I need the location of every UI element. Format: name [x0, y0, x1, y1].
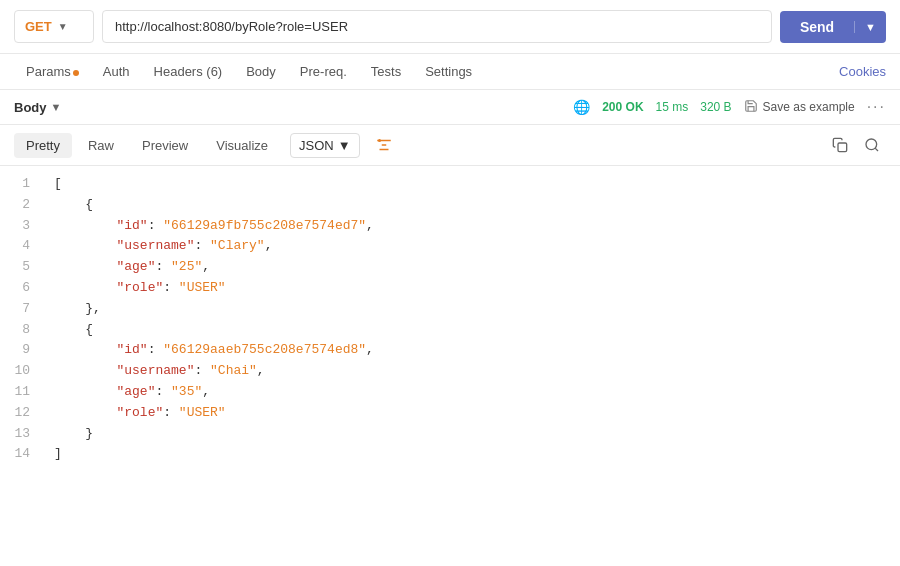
request-tabs: Params Auth Headers (6) Body Pre-req. Te…: [0, 54, 900, 90]
body-section-label[interactable]: Body ▼: [14, 100, 61, 115]
params-dot: [73, 70, 79, 76]
send-dropdown-icon[interactable]: ▼: [854, 21, 886, 33]
tab-auth[interactable]: Auth: [91, 54, 142, 89]
save-example-button[interactable]: Save as example: [744, 99, 855, 116]
code-line: "age": "25",: [54, 257, 886, 278]
copy-button[interactable]: [826, 131, 854, 159]
code-line: "id": "66129a9fb755c208e7574ed7",: [54, 216, 886, 237]
code-line: }: [54, 424, 886, 445]
code-line: "role": "USER": [54, 403, 886, 424]
send-button[interactable]: Send ▼: [780, 11, 886, 43]
code-line: "username": "Chai",: [54, 361, 886, 382]
send-label: Send: [780, 19, 854, 35]
url-bar: GET ▼ Send ▼: [0, 0, 900, 54]
svg-line-6: [875, 148, 878, 151]
method-chevron-icon: ▼: [58, 21, 68, 32]
code-line: "role": "USER": [54, 278, 886, 299]
body-chevron-icon: ▼: [51, 101, 62, 113]
tab-prereq[interactable]: Pre-req.: [288, 54, 359, 89]
format-chevron-icon: ▼: [338, 138, 351, 153]
status-ok: 200 OK: [602, 100, 643, 114]
globe-icon: 🌐: [573, 99, 590, 115]
code-line: ]: [54, 444, 886, 465]
save-icon: [744, 99, 758, 116]
tab-tests[interactable]: Tests: [359, 54, 413, 89]
tab-settings[interactable]: Settings: [413, 54, 484, 89]
code-line: "age": "35",: [54, 382, 886, 403]
svg-point-3: [378, 139, 381, 142]
status-size: 320 B: [700, 100, 731, 114]
tab-headers[interactable]: Headers (6): [142, 54, 235, 89]
view-tab-preview[interactable]: Preview: [130, 133, 200, 158]
format-select[interactable]: JSON ▼: [290, 133, 360, 158]
code-line: {: [54, 320, 886, 341]
filter-icon[interactable]: [370, 131, 398, 159]
view-tab-visualize[interactable]: Visualize: [204, 133, 280, 158]
view-tab-raw[interactable]: Raw: [76, 133, 126, 158]
view-tab-pretty[interactable]: Pretty: [14, 133, 72, 158]
code-line: "id": "66129aaeb755c208e7574ed8",: [54, 340, 886, 361]
status-time: 15 ms: [656, 100, 689, 114]
tab-body[interactable]: Body: [234, 54, 288, 89]
code-line: },: [54, 299, 886, 320]
view-toolbar: Pretty Raw Preview Visualize JSON ▼: [0, 125, 900, 166]
method-select[interactable]: GET ▼: [14, 10, 94, 43]
code-content: [ { "id": "66129a9fb755c208e7574ed7", "u…: [40, 174, 900, 465]
code-area: 1234567891011121314 [ { "id": "66129a9fb…: [0, 166, 900, 473]
cookies-link[interactable]: Cookies: [839, 64, 886, 79]
svg-point-5: [866, 139, 877, 150]
method-label: GET: [25, 19, 52, 34]
svg-rect-4: [838, 143, 847, 152]
search-button[interactable]: [858, 131, 886, 159]
response-status-group: 🌐 200 OK 15 ms 320 B Save as example ···: [573, 98, 886, 116]
code-line: "username": "Clary",: [54, 236, 886, 257]
line-numbers: 1234567891011121314: [0, 174, 40, 465]
more-options-button[interactable]: ···: [867, 98, 886, 116]
code-line: {: [54, 195, 886, 216]
body-toolbar: Body ▼ 🌐 200 OK 15 ms 320 B Save as exam…: [0, 90, 900, 125]
code-line: [: [54, 174, 886, 195]
url-input[interactable]: [102, 10, 772, 43]
tab-params[interactable]: Params: [14, 54, 91, 89]
